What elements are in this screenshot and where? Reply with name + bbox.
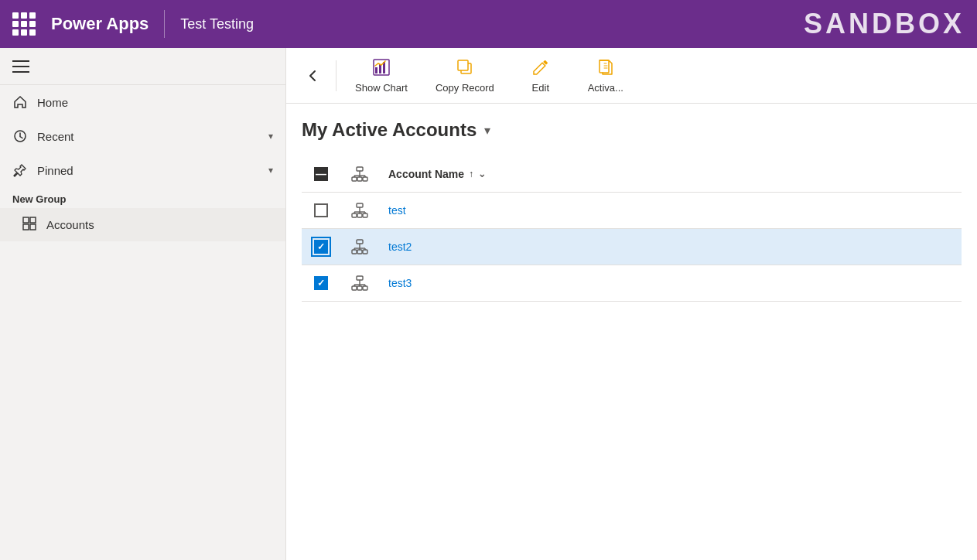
- copy-record-label: Copy Record: [436, 82, 494, 94]
- home-icon: [12, 94, 28, 110]
- row-3-checkmark: ✓: [317, 278, 325, 289]
- svg-rect-15: [363, 177, 367, 181]
- sidebar-menu-toggle[interactable]: [0, 48, 285, 85]
- recent-chevron-icon: ▾: [268, 131, 273, 142]
- sidebar-accounts-label: Accounts: [46, 218, 273, 231]
- svg-rect-24: [363, 213, 367, 217]
- svg-rect-23: [357, 213, 362, 217]
- table-header-row: —: [302, 156, 962, 193]
- svg-rect-4: [30, 224, 36, 230]
- row-2-account-node-icon: [350, 238, 370, 255]
- main-layout: Home Recent ▾ Pinned ▾ New Group: [0, 48, 977, 560]
- grid-area: My Active Accounts ▾ —: [286, 104, 977, 560]
- waffle-menu[interactable]: [12, 12, 36, 36]
- sidebar-recent-label: Recent: [37, 130, 259, 143]
- col-header-checkbox: —: [302, 156, 340, 193]
- sandbox-label: SANDBOX: [804, 8, 965, 40]
- table-row: test: [302, 193, 962, 229]
- svg-rect-32: [357, 250, 362, 254]
- row-1-name-cell: test: [379, 193, 962, 229]
- row-2-name-cell: test2: [379, 229, 962, 265]
- sidebar-section-label: New Group: [0, 187, 285, 208]
- account-node-icon: [350, 166, 370, 183]
- activate-button[interactable]: Activa...: [575, 52, 637, 100]
- toolbar-divider-1: [336, 60, 336, 91]
- svg-rect-40: [352, 286, 357, 290]
- app-name: Power Apps: [51, 14, 149, 34]
- sidebar-item-recent[interactable]: Recent ▾: [0, 119, 285, 153]
- pinned-chevron-icon: ▾: [268, 165, 273, 176]
- svg-rect-2: [30, 217, 36, 223]
- select-all-checkbox[interactable]: —: [314, 167, 328, 181]
- row-2-icon-cell: [340, 229, 379, 265]
- row-3-account-node-icon: [350, 275, 370, 292]
- edit-button[interactable]: Edit: [510, 52, 572, 100]
- sidebar: Home Recent ▾ Pinned ▾ New Group: [0, 48, 286, 560]
- sidebar-item-pinned[interactable]: Pinned ▾: [0, 153, 285, 187]
- activate-label: Activa...: [588, 82, 623, 94]
- sidebar-home-label: Home: [37, 96, 273, 109]
- row-1-icon-cell: [340, 193, 379, 229]
- row-1-account-node-icon: [350, 202, 370, 219]
- row-2-checkmark: ✓: [317, 241, 325, 252]
- svg-rect-39: [357, 276, 363, 280]
- top-bar: Power Apps Test Testing SANDBOX: [0, 0, 977, 48]
- table-row: ✓: [302, 229, 962, 265]
- svg-rect-1: [23, 217, 29, 223]
- svg-rect-42: [363, 286, 367, 290]
- svg-rect-6: [375, 67, 377, 73]
- sidebar-pinned-label: Pinned: [37, 164, 259, 177]
- hamburger-icon[interactable]: [12, 60, 29, 73]
- row-3-checkbox-cell: ✓: [302, 265, 340, 302]
- topbar-divider: [164, 10, 165, 38]
- row-3-checkbox[interactable]: ✓: [314, 276, 328, 290]
- sidebar-item-accounts[interactable]: Accounts: [0, 208, 285, 241]
- svg-rect-3: [23, 224, 29, 230]
- show-chart-button[interactable]: Show Chart: [343, 52, 420, 100]
- sort-asc-icon[interactable]: ↑: [469, 169, 473, 179]
- accounts-icon: [22, 216, 37, 234]
- account-name-col-label: Account Name: [388, 168, 464, 180]
- edit-label: Edit: [532, 82, 549, 94]
- svg-rect-7: [379, 64, 381, 73]
- svg-rect-41: [357, 286, 362, 290]
- clock-icon: [12, 128, 28, 144]
- copy-record-button[interactable]: Copy Record: [423, 52, 507, 100]
- row-3-name-cell: test3: [379, 265, 962, 302]
- svg-rect-14: [357, 177, 362, 181]
- row-3-icon-cell: [340, 265, 379, 302]
- row-2-checkbox[interactable]: ✓: [314, 240, 328, 254]
- app-subtitle: Test Testing: [180, 16, 254, 32]
- show-chart-label: Show Chart: [355, 82, 408, 94]
- svg-rect-30: [357, 240, 363, 244]
- grid-title-row: My Active Accounts ▾: [302, 119, 962, 141]
- activate-icon: [596, 58, 615, 79]
- sort-dropdown-icon[interactable]: ⌄: [478, 169, 486, 179]
- row-1-account-link[interactable]: test: [388, 204, 406, 217]
- row-3-account-link[interactable]: test3: [388, 277, 412, 289]
- pin-icon: [12, 162, 28, 178]
- col-header-icon: [340, 156, 379, 193]
- sidebar-item-home[interactable]: Home: [0, 85, 285, 119]
- edit-icon: [531, 58, 550, 79]
- table-row: ✓: [302, 265, 962, 302]
- grid-title-chevron-icon[interactable]: ▾: [484, 123, 490, 138]
- svg-rect-12: [357, 167, 363, 171]
- svg-rect-13: [352, 177, 357, 181]
- row-1-checkbox[interactable]: [314, 203, 328, 217]
- row-2-account-link[interactable]: test2: [388, 241, 412, 253]
- data-table: —: [302, 156, 962, 302]
- svg-rect-33: [363, 250, 367, 254]
- row-2-checkbox-cell: ✓: [302, 229, 340, 265]
- back-button[interactable]: [295, 62, 330, 90]
- row-1-checkbox-cell: [302, 193, 340, 229]
- col-header-account-name: Account Name ↑ ⌄: [379, 156, 962, 193]
- svg-rect-21: [357, 203, 363, 207]
- partial-checkmark: —: [316, 168, 326, 180]
- chart-icon: [372, 58, 391, 79]
- grid-title: My Active Accounts: [302, 119, 477, 141]
- svg-rect-31: [352, 250, 357, 254]
- svg-rect-10: [458, 60, 468, 70]
- copy-icon: [456, 58, 474, 79]
- toolbar: Show Chart Copy Record: [286, 48, 977, 104]
